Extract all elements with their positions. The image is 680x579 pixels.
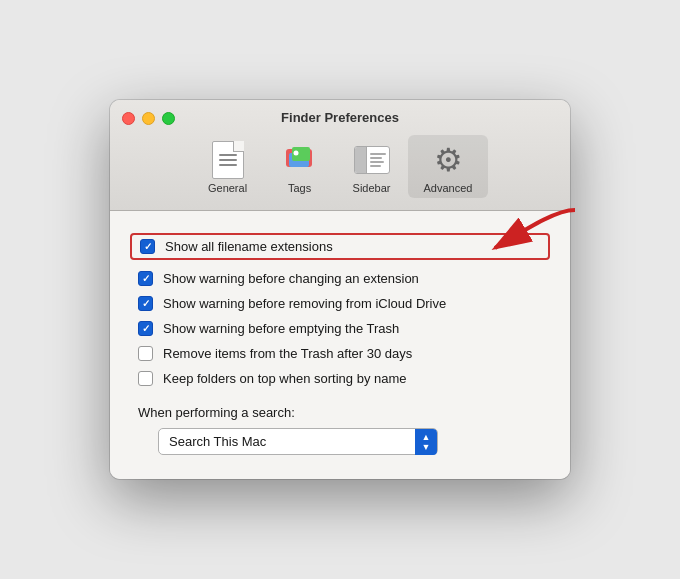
general-icon (209, 141, 247, 179)
title-bar: Finder Preferences General (110, 100, 570, 211)
toolbar: General Tags (192, 135, 489, 202)
content-area: Show all filename extensions Show warnin… (110, 211, 570, 479)
advanced-icon: ⚙ (429, 141, 467, 179)
label-keep-folders: Keep folders on top when sorting by name (163, 371, 407, 386)
search-select[interactable]: Search This Mac ▲ ▼ (158, 428, 438, 455)
tags-icon (281, 141, 319, 179)
checkbox-keep-folders[interactable] (138, 371, 153, 386)
checkbox-row-show-extensions: Show all filename extensions (130, 233, 550, 260)
label-show-extensions: Show all filename extensions (165, 239, 333, 254)
tab-advanced-label: Advanced (424, 182, 473, 194)
checkbox-show-warning-trash[interactable] (138, 321, 153, 336)
tab-general[interactable]: General (192, 135, 264, 198)
tab-sidebar[interactable]: Sidebar (336, 135, 408, 198)
checkbox-row-show-warning-trash: Show warning before emptying the Trash (138, 316, 542, 341)
tab-sidebar-label: Sidebar (353, 182, 391, 194)
search-select-value: Search This Mac (169, 434, 427, 449)
checkbox-row-show-warning-extension: Show warning before changing an extensio… (138, 266, 542, 291)
tab-tags[interactable]: Tags (264, 135, 336, 198)
checkbox-row-remove-trash: Remove items from the Trash after 30 day… (138, 341, 542, 366)
maximize-button[interactable] (162, 112, 175, 125)
label-show-warning-extension: Show warning before changing an extensio… (163, 271, 419, 286)
close-button[interactable] (122, 112, 135, 125)
checkbox-remove-trash[interactable] (138, 346, 153, 361)
select-arrows-icon: ▲ ▼ (415, 429, 437, 455)
sidebar-icon (353, 141, 391, 179)
checkbox-row-show-warning-icloud: Show warning before removing from iCloud… (138, 291, 542, 316)
traffic-lights (122, 112, 175, 125)
tab-general-label: General (208, 182, 247, 194)
checkbox-row-keep-folders: Keep folders on top when sorting by name (138, 366, 542, 391)
label-show-warning-trash: Show warning before emptying the Trash (163, 321, 399, 336)
finder-preferences-window: Finder Preferences General (110, 100, 570, 479)
search-section-label: When performing a search: (138, 405, 542, 420)
checkbox-show-warning-extension[interactable] (138, 271, 153, 286)
svg-point-3 (293, 151, 298, 156)
tab-advanced[interactable]: ⚙ Advanced (408, 135, 489, 198)
checkbox-show-extensions[interactable] (140, 239, 155, 254)
minimize-button[interactable] (142, 112, 155, 125)
checkbox-show-warning-icloud[interactable] (138, 296, 153, 311)
window-title: Finder Preferences (281, 110, 399, 125)
label-remove-trash: Remove items from the Trash after 30 day… (163, 346, 412, 361)
label-show-warning-icloud: Show warning before removing from iCloud… (163, 296, 446, 311)
tab-tags-label: Tags (288, 182, 311, 194)
